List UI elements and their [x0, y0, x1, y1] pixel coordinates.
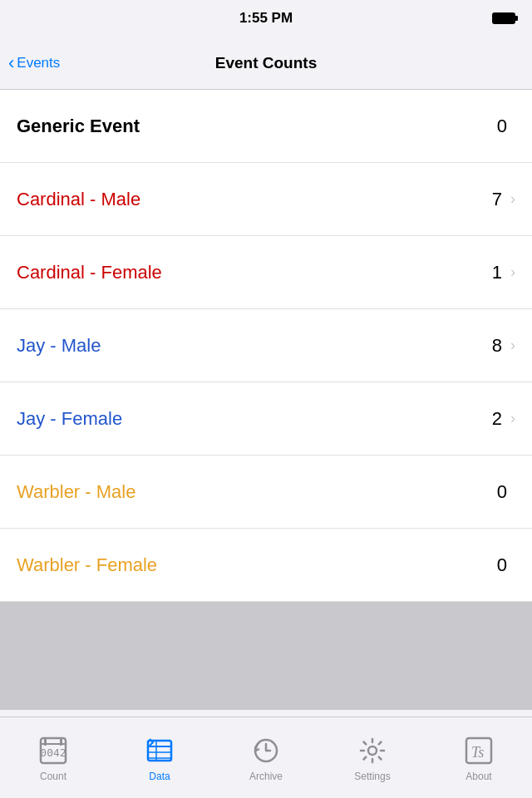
battery-icon — [492, 12, 515, 24]
row-count-warbler-female: 0 — [497, 554, 507, 576]
svg-rect-4 — [60, 739, 62, 746]
row-label-generic-event: Generic Event — [17, 116, 497, 137]
row-label-cardinal-female: Cardinal - Female — [17, 262, 492, 283]
archive-icon — [248, 734, 284, 767]
row-count-jay-male: 8 — [492, 335, 502, 357]
row-label-warbler-male: Warbler - Male — [17, 481, 497, 503]
row-count-generic-event: 0 — [497, 116, 507, 137]
svg-text:0042: 0042 — [40, 746, 66, 759]
count-icon: 0042 — [35, 734, 71, 767]
tab-settings-label: Settings — [354, 771, 390, 782]
table-row-warbler-male: Warbler - Male0 — [0, 456, 532, 529]
row-count-cardinal-female: 1 — [492, 262, 502, 283]
row-label-jay-female: Jay - Female — [17, 408, 492, 430]
tab-archive[interactable]: Archive — [213, 717, 319, 798]
tab-bar: 0042 Count Data — [0, 717, 532, 798]
status-time: 1:55 PM — [239, 10, 293, 27]
tab-about[interactable]: Ts About — [426, 717, 532, 798]
nav-bar: ‹ Events Event Counts — [0, 37, 532, 90]
status-bar: 1:55 PM — [0, 0, 532, 37]
tab-settings[interactable]: Settings — [319, 717, 426, 798]
back-label: Events — [17, 55, 60, 71]
table-row-warbler-female: Warbler - Female0 — [0, 529, 532, 602]
row-count-cardinal-male: 7 — [492, 189, 502, 210]
row-chevron-jay-male: › — [510, 337, 515, 354]
row-label-cardinal-male: Cardinal - Male — [17, 189, 492, 210]
content-area: Generic Event0Cardinal - Male7›Cardinal … — [0, 90, 532, 710]
row-count-warbler-male: 0 — [497, 481, 507, 503]
table-row-cardinal-female[interactable]: Cardinal - Female1› — [0, 236, 532, 309]
back-button[interactable]: ‹ Events — [8, 54, 60, 72]
tab-count[interactable]: 0042 Count — [0, 717, 106, 798]
table-row-cardinal-male[interactable]: Cardinal - Male7› — [0, 163, 532, 236]
table-row-generic-event: Generic Event0 — [0, 90, 532, 163]
tab-data-label: Data — [149, 771, 170, 782]
svg-point-11 — [368, 746, 377, 755]
row-chevron-cardinal-female: › — [510, 264, 515, 281]
svg-text:Ts: Ts — [471, 744, 484, 761]
table-row-jay-male[interactable]: Jay - Male8› — [0, 309, 532, 382]
table-row-jay-female[interactable]: Jay - Female2› — [0, 382, 532, 456]
page-title: Event Counts — [215, 54, 317, 72]
tab-about-label: About — [466, 771, 491, 782]
settings-icon — [354, 734, 391, 767]
back-chevron-icon: ‹ — [8, 54, 14, 72]
gray-spacer — [0, 602, 532, 710]
row-count-jay-female: 2 — [492, 408, 502, 430]
data-icon — [141, 734, 178, 767]
row-chevron-cardinal-male: › — [510, 190, 515, 208]
svg-rect-3 — [44, 739, 47, 746]
about-icon: Ts — [461, 734, 497, 767]
tab-archive-label: Archive — [249, 771, 283, 782]
row-chevron-jay-female: › — [510, 410, 515, 427]
row-label-jay-male: Jay - Male — [17, 335, 492, 357]
tab-data[interactable]: Data — [106, 717, 213, 798]
row-label-warbler-female: Warbler - Female — [17, 554, 497, 576]
tab-count-label: Count — [40, 771, 66, 782]
